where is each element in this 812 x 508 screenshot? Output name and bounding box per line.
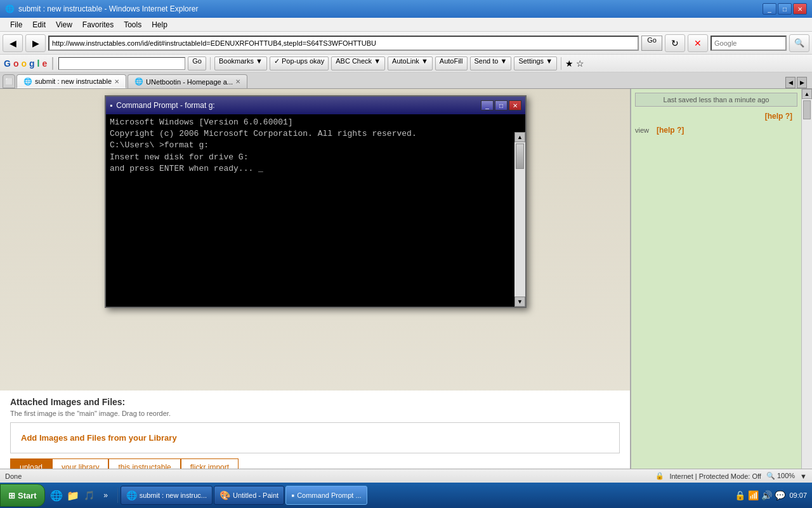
- page-scroll-track[interactable]: [802, 99, 812, 472]
- cmd-minimize[interactable]: _: [481, 100, 494, 110]
- cmd-close[interactable]: ✕: [509, 100, 521, 110]
- google-toolbar: G o o g l e Go Bookmarks ▼ ✓ Pop-ups oka…: [0, 55, 812, 72]
- left-content: ▪ Command Prompt - format g: _ □ ✕ Micro…: [0, 89, 630, 483]
- tab-close-2[interactable]: ✕: [235, 78, 240, 85]
- cmd-line-4: C:\Users\ >format g:: [110, 140, 417, 151]
- zoom-dropdown[interactable]: ▼: [800, 472, 807, 480]
- autofill-button[interactable]: AutoFill: [435, 57, 468, 70]
- help-link-text-1[interactable]: [help ?]: [635, 110, 797, 122]
- tab-next[interactable]: ▶: [797, 77, 807, 88]
- taskbar-ie-label: submit : new instruc...: [140, 491, 207, 499]
- page-content: ▪ Command Prompt - format g: _ □ ✕ Micro…: [0, 89, 812, 483]
- statusbar-right: 🔒 Internet | Protected Mode: Off 🔍 100% …: [655, 472, 807, 480]
- attached-title: Attached Images and Files:: [10, 397, 620, 407]
- page-scroll-thumb[interactable]: [803, 100, 811, 119]
- search-icon[interactable]: 🔍: [789, 34, 809, 52]
- quicklaunch-folder[interactable]: 📁: [65, 488, 81, 503]
- star2-icon[interactable]: ☆: [576, 58, 584, 69]
- google-logo-e: e: [42, 58, 47, 69]
- help-links: [help ?] view [help ?]: [635, 110, 797, 136]
- tab-prev[interactable]: ◀: [785, 77, 796, 88]
- tray-icon-3: 🔊: [761, 490, 772, 500]
- start-label: Start: [18, 491, 37, 500]
- right-panel: Last saved less than a minute ago [help …: [630, 89, 801, 483]
- taskbar-clock: 09:07: [789, 491, 807, 499]
- cmd-body-wrapper: Microsoft Windows [Version 6.0.60001] Co…: [106, 114, 525, 307]
- status-text: Done: [5, 472, 22, 480]
- menu-file[interactable]: File: [5, 19, 27, 30]
- cmd-scroll-thumb[interactable]: [516, 144, 524, 169]
- google-logo-l: l: [37, 58, 40, 69]
- cmd-restore[interactable]: □: [495, 100, 508, 110]
- search-input[interactable]: [710, 36, 787, 51]
- bookmarks-button[interactable]: Bookmarks ▼: [214, 57, 267, 70]
- menu-view[interactable]: View: [51, 19, 77, 30]
- separator2: [210, 57, 211, 70]
- separator3: [561, 57, 561, 70]
- minimize-button[interactable]: _: [763, 3, 776, 15]
- google-go-button[interactable]: Go: [188, 57, 206, 70]
- taskbar-paint-icon: 🎨: [219, 490, 230, 500]
- attached-subtitle: The first image is the "main" image. Dra…: [10, 410, 620, 417]
- page-scrollbar: ▲ ▼: [801, 89, 812, 483]
- ie-tabs: ⬜ 🌐 submit : new instructable ✕ 🌐 UNetbo…: [0, 72, 812, 89]
- view-help-row: view [help ?]: [635, 124, 797, 136]
- address-bar[interactable]: [48, 36, 639, 51]
- cmd-line-6: and press ENTER when ready... _: [110, 163, 417, 175]
- cmd-window: ▪ Command Prompt - format g: _ □ ✕ Micro…: [105, 95, 527, 308]
- star-icon[interactable]: ★: [565, 58, 573, 69]
- tray-icon-2: 📶: [748, 490, 759, 500]
- settings-button[interactable]: Settings ▼: [514, 57, 557, 70]
- tab-favicon-1: ⬜: [3, 74, 15, 88]
- menu-tools[interactable]: Tools: [119, 19, 147, 30]
- tab-close-1[interactable]: ✕: [114, 78, 119, 85]
- taskbar-cmd[interactable]: ▪ Command Prompt ...: [285, 486, 367, 505]
- check-button[interactable]: ABC Check ▼: [331, 57, 385, 70]
- quicklaunch-ie[interactable]: 🌐: [49, 488, 64, 503]
- cmd-scroll-up[interactable]: ▲: [514, 132, 525, 142]
- tab-icon-1: 🌐: [23, 77, 32, 86]
- google-logo: G: [4, 58, 11, 69]
- restore-button[interactable]: □: [778, 3, 792, 15]
- preview-label[interactable]: view: [635, 126, 649, 134]
- menu-edit[interactable]: Edit: [27, 19, 51, 30]
- start-button[interactable]: ⊞ Start: [0, 484, 45, 507]
- tray-icon-4: 💬: [775, 490, 785, 500]
- page-scroll-up[interactable]: ▲: [802, 89, 812, 99]
- lock-icon: 🔒: [655, 472, 664, 480]
- forward-button[interactable]: ▶: [25, 34, 46, 52]
- refresh-button[interactable]: ↻: [665, 34, 685, 52]
- quicklaunch-media[interactable]: 🎵: [82, 488, 97, 503]
- ie-window-title: submit : new instructable - Windows Inte…: [18, 4, 763, 13]
- taskbar-paint-label: Untitled - Paint: [233, 491, 278, 499]
- stop-button[interactable]: ✕: [688, 34, 708, 52]
- menu-favorites[interactable]: Favorites: [77, 19, 119, 30]
- autolink-button[interactable]: AutoLink ▼: [388, 57, 433, 70]
- image-drop-area: Add Images and Files from your Library: [10, 422, 620, 453]
- titlebar-buttons: _ □ ✕: [763, 3, 807, 15]
- taskbar-paint[interactable]: 🎨 Untitled - Paint: [214, 486, 284, 505]
- popups-button[interactable]: ✓ Pop-ups okay: [270, 57, 329, 70]
- tab-nav-buttons: ◀ ▶: [783, 77, 809, 88]
- sendto-button[interactable]: Send to ▼: [470, 57, 512, 70]
- quicklaunch-more[interactable]: »: [98, 488, 114, 503]
- ie-icon: 🌐: [5, 4, 15, 13]
- back-button[interactable]: ◀: [3, 34, 23, 52]
- taskbar: ⊞ Start 🌐 📁 🎵 » 🌐 submit : new instruc..…: [0, 483, 812, 508]
- add-images-link[interactable]: Add Images and Files from your Library: [21, 433, 177, 443]
- close-button[interactable]: ✕: [793, 3, 807, 15]
- google-search-input[interactable]: [58, 57, 185, 70]
- tab-instructable[interactable]: 🌐 submit : new instructable ✕: [16, 74, 126, 88]
- taskbar-ie[interactable]: 🌐 submit : new instruc...: [121, 486, 213, 505]
- help-link-text-2[interactable]: [help ?]: [652, 124, 689, 136]
- menu-help[interactable]: Help: [147, 19, 173, 30]
- cmd-scroll-track[interactable]: [514, 142, 525, 297]
- cmd-scroll-down[interactable]: ▼: [514, 297, 525, 307]
- taskbar-right: 🔒 📶 🔊 💬 09:07: [730, 490, 812, 500]
- ie-statusbar: Done 🔒 Internet | Protected Mode: Off 🔍 …: [0, 469, 812, 483]
- go-button[interactable]: Go: [641, 36, 662, 51]
- quick-launch: 🌐 📁 🎵 »: [45, 488, 118, 503]
- cmd-window-buttons: _ □ ✕: [481, 100, 521, 110]
- windows-icon: ⊞: [8, 491, 15, 500]
- tab-unetbootin[interactable]: 🌐 UNetbootin - Homepage a... ✕: [128, 74, 247, 88]
